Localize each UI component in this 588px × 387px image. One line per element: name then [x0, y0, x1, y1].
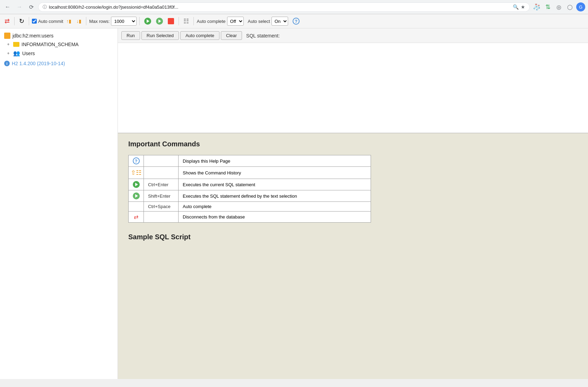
auto-select-select[interactable]: On Off [271, 17, 288, 26]
cmd-key-3: Ctrl+Enter [144, 179, 179, 190]
forward-button[interactable]: → [15, 2, 24, 12]
auto-commit-label[interactable]: Auto commit [32, 19, 63, 24]
lock-icon: ⓘ [43, 4, 47, 10]
auto-commit-checkbox[interactable] [32, 19, 37, 24]
cmd-key-4: Shift+Enter [144, 190, 179, 202]
table-row: Shift+Enter Executes the SQL statement d… [129, 190, 371, 202]
info-icon: i [4, 61, 10, 66]
rollback-button[interactable]: ↓▮ [75, 17, 83, 25]
bookmark-icon: ★ [521, 4, 525, 10]
sidebar-item-users[interactable]: + 👥 Users [0, 49, 118, 58]
auto-complete-select[interactable]: Off On [227, 17, 244, 26]
cmd-desc-2: Shows the Command History [179, 167, 371, 179]
run-selected-sql-button[interactable]: Run Selected [141, 31, 179, 40]
cmd-key-2 [144, 167, 179, 179]
sql-toolbar: Run Run Selected Auto complete Clear SQL… [118, 28, 588, 43]
separator-1 [14, 17, 15, 25]
sidebar-db-connection[interactable]: jdbc:h2:mem:users [0, 31, 118, 40]
cmd-key-5: Ctrl+Space [144, 202, 179, 212]
users-icon: 👥 [13, 50, 20, 57]
cmd-desc-1: Displays this Help Page [179, 155, 371, 167]
refresh-button[interactable]: ↻ [17, 16, 26, 26]
address-text: localhost:8080/h2-console/login.do?jsess… [49, 5, 511, 10]
clear-sql-button[interactable]: Clear [221, 31, 242, 40]
cmd-desc-4: Executes the SQL statement defined by th… [179, 190, 371, 202]
play-icon [144, 18, 151, 25]
history-icon: ☷ [183, 17, 189, 25]
cmd-key-6 [144, 212, 179, 223]
browser-nav: ← → ⟳ ⓘ localhost:8080/h2-console/login.… [0, 0, 588, 14]
help-title: Important Commands [128, 140, 578, 148]
table-row: ⇧☷ Shows the Command History [129, 167, 371, 179]
cmd-key-1 [144, 155, 179, 167]
help-area: Important Commands ? Displays this Help … [118, 133, 588, 379]
separator-5 [179, 17, 179, 25]
max-rows-label: Max rows: [89, 19, 110, 24]
search-icon: 🔍 [513, 4, 519, 10]
play-selected-cmd-icon [133, 192, 140, 199]
auto-complete-sql-button[interactable]: Auto complete [180, 31, 219, 40]
help-icon: ? [293, 18, 300, 25]
auto-select-label: Auto select [248, 19, 270, 24]
cmd-desc-6: Disconnects from the database [179, 212, 371, 223]
help-button[interactable]: ? [291, 17, 301, 26]
back-button[interactable]: ← [3, 2, 12, 12]
cmd-desc-3: Executes the current SQL statement [179, 179, 371, 190]
h2-console: ⇄ ↻ Auto commit ↑▮ ↓▮ Max rows: 1000 100… [0, 14, 588, 379]
refresh-icon: ↻ [19, 17, 24, 25]
version-text: H2 1.4.200 (2019-10-14) [12, 61, 65, 66]
browser-chrome: ← → ⟳ ⓘ localhost:8080/h2-console/login.… [0, 0, 588, 14]
reload-button[interactable]: ⟳ [26, 2, 36, 12]
expand-users-button[interactable]: + [6, 51, 11, 56]
play-selected-icon [156, 18, 163, 25]
disconnect-icon: ⇄ [5, 17, 10, 25]
cmd-desc-5: Auto complete [179, 202, 371, 212]
nav-icons: 🧦 ⇅ ◎ ◯ G [532, 2, 585, 12]
run-button[interactable] [142, 17, 153, 26]
help-cmd-icon: ? [133, 157, 140, 164]
sidebar-version: i H2 1.4.200 (2019-10-14) [0, 59, 118, 68]
commit-button[interactable]: ↑▮ [64, 17, 73, 25]
db-icon [4, 33, 10, 39]
db-name: jdbc:h2:mem:users [12, 33, 53, 38]
address-bar[interactable]: ⓘ localhost:8080/h2-console/login.do?jse… [38, 2, 530, 12]
table-row: ⇄ Disconnects from the database [129, 212, 371, 223]
stop-icon [168, 18, 174, 24]
run-selected-button[interactable] [154, 17, 165, 26]
browser-icon[interactable]: ◎ [554, 2, 564, 12]
separator-3 [86, 17, 86, 25]
history-cmd-icon: ⇧☷ [131, 169, 141, 176]
disconnect-cmd-icon: ⇄ [134, 214, 138, 220]
separator-6 [193, 17, 194, 25]
sql-editor[interactable] [118, 43, 588, 133]
auto-commit-text: Auto commit [38, 19, 63, 24]
main-container: jdbc:h2:mem:users + INFORMATION_SCHEMA +… [0, 28, 588, 379]
play-cmd-icon [133, 181, 140, 188]
max-rows-select[interactable]: 1000 10000 100000 [111, 17, 137, 26]
auto-complete-toolbar-label: Auto complete [197, 19, 225, 24]
sidebar-item-information-schema[interactable]: + INFORMATION_SCHEMA [0, 40, 118, 49]
table-row: Ctrl+Enter Executes the current SQL stat… [129, 179, 371, 190]
run-sql-button[interactable]: Run [121, 31, 140, 40]
sidebar-users-label: Users [22, 51, 35, 56]
another-icon[interactable]: ◯ [565, 2, 575, 12]
profile-avatar[interactable]: G [576, 2, 585, 11]
content-area: Run Run Selected Auto complete Clear SQL… [118, 28, 588, 379]
expand-schema-button[interactable]: + [6, 42, 11, 47]
table-row: Ctrl+Space Auto complete [129, 202, 371, 212]
history-button[interactable]: ☷ [182, 16, 191, 26]
separator-2 [29, 17, 29, 25]
sidebar: jdbc:h2:mem:users + INFORMATION_SCHEMA +… [0, 28, 118, 379]
separator-4 [139, 17, 140, 25]
table-row: ? Displays this Help Page [129, 155, 371, 167]
commands-table: ? Displays this Help Page ⇧☷ Shows the C… [128, 155, 371, 223]
folder-icon [13, 42, 19, 47]
sample-sql-title: Sample SQL Script [128, 233, 578, 241]
sync-button[interactable]: ⇅ [543, 2, 553, 12]
stop-button[interactable] [166, 17, 176, 25]
disconnect-button[interactable]: ⇄ [3, 16, 11, 26]
h2-toolbar: ⇄ ↻ Auto commit ↑▮ ↓▮ Max rows: 1000 100… [0, 14, 588, 28]
extensions-button[interactable]: 🧦 [532, 2, 542, 12]
sql-statement-label: SQL statement: [246, 33, 280, 38]
sidebar-schema-label: INFORMATION_SCHEMA [21, 42, 79, 47]
